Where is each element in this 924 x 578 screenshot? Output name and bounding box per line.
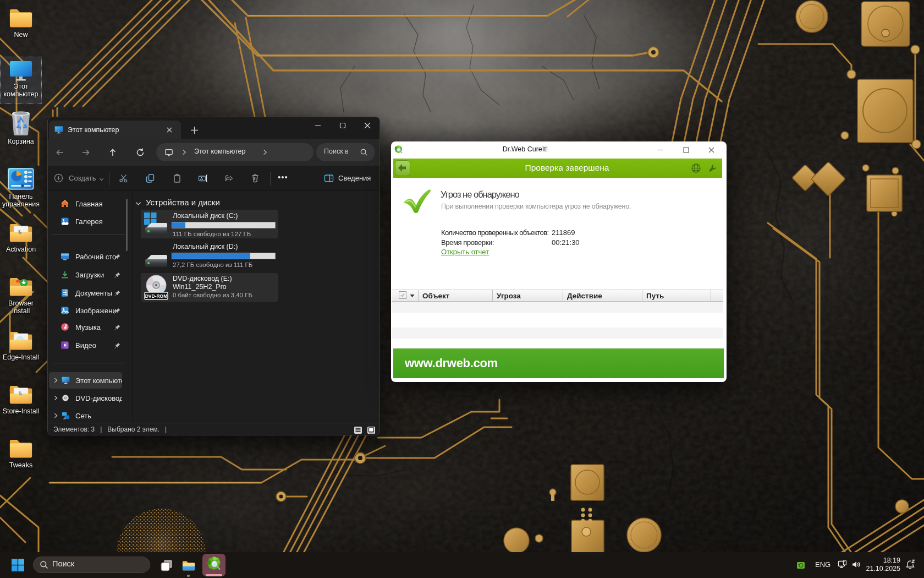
svg-text:DVD-ROM: DVD-ROM	[145, 293, 168, 299]
svg-text:A: A	[200, 176, 203, 181]
